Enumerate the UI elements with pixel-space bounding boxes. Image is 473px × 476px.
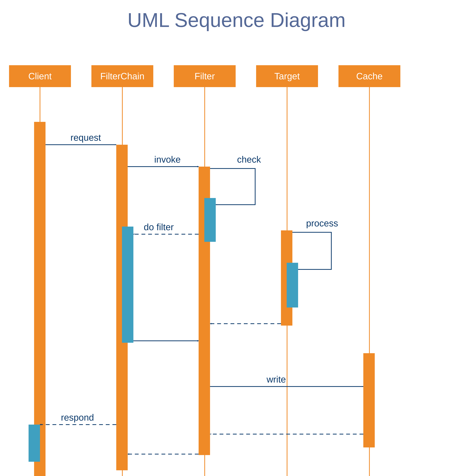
lifeline-label: Client <box>28 71 51 81</box>
msg-process: process <box>306 218 338 228</box>
activation-filterchain-dofilter <box>122 227 133 343</box>
lifeline-head-cache: Cache <box>338 65 400 87</box>
msg-dofilter: do filter <box>144 222 174 232</box>
diagram-title: UML Sequence Diagram <box>127 9 346 32</box>
diagram-overlay <box>0 0 473 476</box>
msg-check1: check <box>237 154 261 165</box>
lifeline-head-client: Client <box>9 65 71 87</box>
msg-request: request <box>70 132 101 143</box>
activation-cache-1 <box>363 353 375 447</box>
lifeline-head-filter: Filter <box>174 65 236 87</box>
msg-respond: respond <box>61 412 94 423</box>
lifeline-label: Filter <box>195 71 215 81</box>
lifeline-head-target: Target <box>256 65 318 87</box>
lifeline-head-filterchain: FilterChain <box>91 65 153 87</box>
msg-invoke1: invoke <box>154 154 181 165</box>
activation-filter-check1 <box>204 198 216 242</box>
lifeline-label: Target <box>274 71 300 81</box>
msg-write: write <box>267 374 286 385</box>
activation-client-respond <box>29 425 40 462</box>
lifeline-label: FilterChain <box>100 71 144 81</box>
lifeline-label: Cache <box>356 71 383 81</box>
activation-target-process <box>287 263 298 307</box>
activation-client-main <box>34 122 46 476</box>
